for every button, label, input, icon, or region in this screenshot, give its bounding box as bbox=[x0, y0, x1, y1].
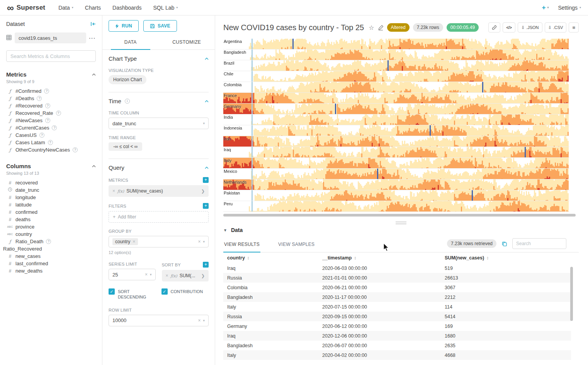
collapse-panel-icon[interactable] bbox=[90, 22, 96, 26]
horizontal-scrollbar[interactable] bbox=[223, 214, 576, 217]
save-button[interactable]: SAVE bbox=[143, 20, 177, 32]
metric-item[interactable]: ƒOtherCountryNewCases? bbox=[6, 146, 96, 154]
add-filter-button[interactable]: + Add filter bbox=[109, 211, 209, 223]
help-icon: ? bbox=[45, 118, 50, 123]
data-section-header[interactable]: ▼ Data bbox=[223, 227, 579, 233]
tab-view-samples[interactable]: VIEW SAMPLES bbox=[277, 239, 315, 252]
column-item[interactable]: #recovered bbox=[6, 179, 96, 186]
metrics-section-header[interactable]: Metrics bbox=[6, 71, 96, 78]
copy-link-button[interactable] bbox=[488, 22, 500, 32]
results-search-input[interactable] bbox=[512, 238, 566, 249]
time-range-value[interactable]: -∞ ≤ col < ∞ bbox=[109, 142, 142, 151]
plus-icon: + bbox=[113, 214, 116, 220]
metric-item[interactable]: ƒRecovered_Rate? bbox=[6, 109, 96, 117]
contribution-checkbox[interactable]: ✓ CONTRIBUTION bbox=[161, 288, 209, 300]
viz-type-value[interactable]: Horizon Chart bbox=[109, 75, 146, 84]
panel-resize-handle[interactable] bbox=[396, 222, 406, 224]
add-metric-button[interactable]: + bbox=[203, 177, 209, 183]
column-item[interactable]: Ratio_Recovered bbox=[3, 245, 96, 252]
chart-control-panel: RUN SAVE DATA CUSTOMIZE Chart Type VISUA… bbox=[102, 15, 215, 365]
series-limit-select[interactable]: 25 × ▾ bbox=[109, 269, 156, 280]
column-name: last_confirmed bbox=[15, 261, 48, 266]
vertical-scrollbar[interactable] bbox=[570, 267, 573, 321]
nav-item-data[interactable]: Data ▾ bbox=[58, 5, 73, 11]
dataset-more-button[interactable]: ··· bbox=[89, 35, 96, 41]
metric-control[interactable]: × ƒ(x) SUM(new_cases) ❯ bbox=[109, 185, 209, 197]
metric-item[interactable]: ƒCases Latam? bbox=[6, 139, 96, 146]
nav-item-charts[interactable]: Charts bbox=[85, 5, 101, 11]
column-item[interactable]: ABCprovince bbox=[6, 223, 96, 230]
tab-data[interactable]: DATA bbox=[102, 36, 159, 49]
query-section-header[interactable]: Query bbox=[109, 164, 209, 171]
altered-badge[interactable]: Altered bbox=[387, 23, 410, 32]
chevron-right-icon[interactable]: ❯ bbox=[201, 189, 205, 194]
metric-item[interactable]: ƒCasesUS? bbox=[6, 131, 96, 139]
row-limit-select[interactable]: 10000 × ▾ bbox=[109, 315, 209, 326]
search-metrics-columns-input[interactable] bbox=[6, 50, 96, 62]
remove-metric-icon[interactable]: × bbox=[112, 189, 115, 193]
chevron-up-icon bbox=[92, 165, 96, 167]
column-header-sum-new-cases[interactable]: SUM(new_cases)▲▼ bbox=[441, 252, 571, 263]
add-sort-by-button[interactable]: + bbox=[203, 262, 209, 268]
settings-menu[interactable]: Settings ▾ bbox=[558, 5, 581, 11]
nav-item-sql-lab[interactable]: SQL Lab ▾ bbox=[153, 5, 178, 11]
embed-code-button[interactable]: </> bbox=[503, 22, 515, 32]
run-button[interactable]: RUN bbox=[109, 20, 139, 32]
tab-view-results[interactable]: VIEW RESULTS bbox=[223, 239, 260, 252]
chart-type-section-header[interactable]: Chart Type bbox=[109, 55, 209, 62]
horizon-series bbox=[223, 93, 569, 103]
column-header-country[interactable]: country▲▼ bbox=[223, 252, 318, 263]
horizon-chart: ArgentinaBangladeshBrazilChileColombiaFr… bbox=[223, 39, 569, 212]
clear-select-icon[interactable]: × bbox=[198, 239, 201, 244]
metric-item[interactable]: ƒ#NewCases? bbox=[6, 117, 96, 124]
export-csv-button[interactable]: ⇩ .CSV bbox=[545, 22, 567, 32]
group-by-tag[interactable]: country × bbox=[112, 238, 138, 245]
nav-item-dashboards[interactable]: Dashboards bbox=[112, 5, 142, 11]
column-name: new_deaths bbox=[15, 268, 42, 274]
chart-menu-button[interactable]: ≡ bbox=[569, 22, 579, 32]
column-item[interactable]: #latitude bbox=[6, 201, 96, 208]
metric-name: #Confirmed bbox=[15, 88, 41, 94]
time-section-header[interactable]: Time i bbox=[109, 98, 209, 104]
add-filter-label: Add filter bbox=[118, 214, 136, 220]
column-item[interactable]: ƒRatio_Death? bbox=[6, 238, 96, 245]
results-table: country▲▼ __timestamp▲▼ SUM(new_cases)▲▼… bbox=[223, 252, 571, 360]
add-filter-plus-button[interactable]: + bbox=[203, 203, 209, 209]
remove-tag-icon[interactable]: × bbox=[133, 239, 135, 244]
column-item[interactable]: date_trunc bbox=[6, 186, 96, 194]
edit-properties-icon[interactable] bbox=[378, 25, 384, 31]
column-item[interactable]: #deaths bbox=[6, 216, 96, 223]
tab-customize[interactable]: CUSTOMIZE bbox=[159, 36, 215, 49]
export-json-button[interactable]: ⇩ .JSON bbox=[518, 22, 542, 32]
column-item[interactable]: #new_cases bbox=[6, 252, 96, 260]
download-icon: ⇩ bbox=[548, 25, 552, 30]
superset-logo[interactable]: ∞ Superset bbox=[7, 4, 45, 12]
chevron-right-icon[interactable]: ❯ bbox=[201, 273, 205, 278]
metric-item[interactable]: ƒ#Confirmed? bbox=[6, 87, 96, 95]
metric-item[interactable]: ƒ#Deaths? bbox=[6, 95, 96, 102]
clear-select-icon[interactable]: × bbox=[145, 272, 148, 277]
download-icon: ⇩ bbox=[521, 25, 525, 30]
chevron-down-icon: ▾ bbox=[547, 6, 549, 9]
column-item[interactable]: #confirmed bbox=[6, 208, 96, 216]
column-item[interactable]: #new_deaths bbox=[6, 267, 96, 275]
columns-section-header[interactable]: Columns bbox=[6, 163, 96, 169]
clear-select-icon[interactable]: × bbox=[198, 318, 201, 323]
group-by-select[interactable]: country × × ▾ bbox=[109, 236, 209, 247]
metric-item[interactable]: ƒ#CurrentCases? bbox=[6, 124, 96, 131]
column-item[interactable]: ABCcountry bbox=[6, 230, 96, 238]
column-item[interactable]: #longitude bbox=[6, 194, 96, 201]
new-item-button[interactable]: + ▾ bbox=[542, 4, 549, 12]
remove-sort-icon[interactable]: × bbox=[166, 273, 168, 278]
sort-descending-checkbox[interactable]: ✓ SORT DESCENDING bbox=[109, 288, 156, 300]
copy-data-icon[interactable] bbox=[501, 241, 507, 247]
column-item[interactable]: #last_confirmed bbox=[6, 260, 96, 267]
function-icon: ƒ bbox=[6, 125, 14, 131]
superset-logo-icon: ∞ bbox=[7, 4, 14, 12]
favorite-star-icon[interactable]: ☆ bbox=[369, 24, 374, 31]
dataset-name[interactable]: covid19.cases_ts bbox=[15, 32, 86, 43]
column-header-timestamp[interactable]: __timestamp▲▼ bbox=[318, 252, 441, 263]
sort-by-select[interactable]: × ƒ(x) SUM(... ❯ bbox=[162, 270, 209, 281]
metric-item[interactable]: ƒ#Recovered? bbox=[6, 102, 96, 109]
time-column-select[interactable]: date_trunc ▾ bbox=[109, 118, 209, 129]
